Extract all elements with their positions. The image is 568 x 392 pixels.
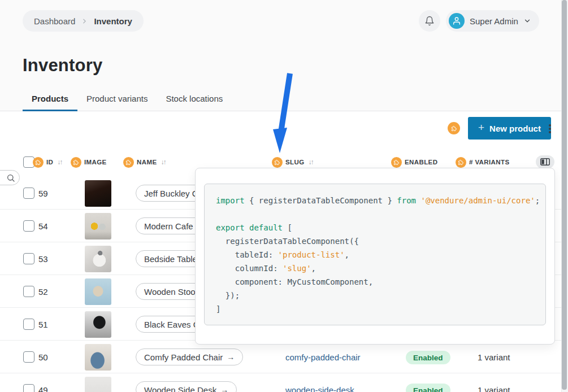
- code-line: import { registerDataTableComponent } fr…: [216, 194, 534, 207]
- row-id: 53: [38, 254, 59, 264]
- breadcrumb: DashboardInventory: [23, 10, 144, 32]
- column-header-id: ID↓↑: [33, 151, 62, 173]
- column-header-name: NAME↓↑: [123, 151, 165, 173]
- extension-point-badge-column[interactable]: [123, 157, 134, 168]
- product-name-label: Wooden Stool: [144, 287, 197, 297]
- product-image: [85, 180, 111, 207]
- row-checkbox[interactable]: [23, 286, 34, 297]
- product-slug-link[interactable]: comfy-padded-chair: [285, 352, 361, 362]
- search-button[interactable]: [0, 170, 20, 185]
- table-row: 49Wooden Side Desk→wooden-side-deskEnabl…: [0, 373, 561, 392]
- extension-point-badge-column[interactable]: [33, 157, 44, 168]
- row-checkbox[interactable]: [23, 188, 34, 199]
- row-id: 59: [38, 189, 59, 198]
- new-product-label: New product: [489, 124, 541, 133]
- search-icon: [6, 173, 15, 182]
- scrollbar-track[interactable]: [561, 0, 568, 392]
- kebab-menu-icon[interactable]: [546, 122, 554, 136]
- row-id: 52: [38, 287, 59, 297]
- product-name-label: Wooden Side Desk: [144, 385, 216, 392]
- code-line: columnId: 'slug',: [216, 262, 534, 275]
- sort-icon[interactable]: ↓↑: [161, 158, 165, 166]
- product-name-label: Bedside Table: [144, 254, 197, 264]
- arrow-right-icon: →: [227, 352, 235, 361]
- tab-product-variants[interactable]: Product variants: [77, 90, 157, 111]
- breadcrumb-item-dashboard[interactable]: Dashboard: [34, 16, 75, 26]
- scrollbar-thumb[interactable]: [562, 0, 567, 390]
- code-line: });: [216, 289, 534, 302]
- product-image: [85, 311, 111, 338]
- variant-count: 1 variant: [478, 385, 510, 392]
- code-line: ]: [216, 302, 534, 316]
- product-image: [85, 246, 111, 272]
- extension-point-badge-column[interactable]: [272, 157, 283, 168]
- variant-count: 1 variant: [478, 352, 510, 362]
- puzzle-icon: [458, 159, 464, 165]
- table-row: 50Comfy Padded Chair→comfy-padded-chairE…: [0, 341, 561, 373]
- code-line: export default [: [216, 221, 534, 234]
- user-name: Super Admin: [470, 16, 518, 26]
- column-label: ID: [46, 159, 53, 165]
- puzzle-icon: [35, 159, 41, 165]
- new-product-button[interactable]: + New product: [468, 117, 551, 140]
- code-block: import { registerDataTableComponent } fr…: [204, 184, 546, 325]
- status-badge: Enabled: [406, 384, 450, 392]
- page-title: Inventory: [23, 55, 102, 76]
- sort-icon[interactable]: ↓↑: [309, 158, 313, 166]
- user-menu[interactable]: Super Admin: [446, 10, 539, 32]
- row-id: 49: [38, 385, 59, 392]
- product-image: [85, 213, 111, 239]
- bell-icon: [424, 16, 435, 26]
- extension-point-badge-column[interactable]: [456, 157, 466, 168]
- column-settings-button[interactable]: [536, 155, 554, 168]
- puzzle-icon: [125, 159, 132, 165]
- column-header-image: IMAGE: [71, 151, 107, 173]
- page-header: DashboardInventory Super Admin Inventory…: [0, 0, 568, 111]
- columns-icon: [540, 158, 550, 165]
- row-checkbox[interactable]: [23, 319, 34, 330]
- product-image: [85, 377, 111, 392]
- row-id: 54: [38, 221, 59, 231]
- row-id: 50: [38, 352, 59, 362]
- sort-icon[interactable]: ↓↑: [57, 158, 62, 166]
- row-checkbox[interactable]: [23, 253, 34, 264]
- tab-bar: ProductsProduct variantsStock locations: [23, 90, 232, 111]
- puzzle-icon: [274, 159, 280, 165]
- chevron-down-icon: [523, 17, 531, 25]
- extension-point-badge-column[interactable]: [391, 157, 402, 168]
- product-name-label: Comfy Padded Chair: [144, 352, 223, 362]
- product-name-button[interactable]: Wooden Side Desk→: [136, 381, 237, 392]
- row-checkbox[interactable]: [23, 384, 34, 392]
- code-line: tableId: 'product-list',: [216, 248, 534, 262]
- row-id: 51: [38, 320, 59, 329]
- column-label: NAME: [137, 159, 157, 165]
- tab-stock-locations[interactable]: Stock locations: [157, 90, 232, 111]
- code-line: registerDataTableComponent({: [216, 234, 534, 248]
- column-label: SLUG: [285, 159, 305, 165]
- arrow-right-icon: →: [220, 385, 228, 392]
- column-label: # VARIANTS: [469, 159, 510, 165]
- row-checkbox[interactable]: [23, 351, 34, 363]
- column-label: IMAGE: [84, 159, 107, 165]
- avatar: [449, 13, 465, 29]
- user-icon: [452, 16, 461, 25]
- breadcrumb-separator-icon: [81, 18, 88, 25]
- breadcrumb-item-inventory[interactable]: Inventory: [94, 16, 132, 26]
- code-line: [216, 207, 534, 221]
- plus-icon: +: [478, 121, 484, 134]
- status-badge: Enabled: [406, 351, 450, 364]
- row-checkbox[interactable]: [23, 220, 34, 232]
- column-label: ENABLED: [405, 159, 437, 165]
- code-popup: import { registerDataTableComponent } fr…: [195, 168, 555, 345]
- code-line: component: MyCustomComponent,: [216, 275, 534, 289]
- tab-products[interactable]: Products: [23, 90, 77, 111]
- product-image: [85, 278, 111, 305]
- product-slug-link[interactable]: wooden-side-desk: [285, 385, 354, 392]
- extension-point-badge-toolbar[interactable]: [448, 122, 460, 134]
- product-image: [85, 344, 111, 371]
- puzzle-icon: [393, 159, 400, 165]
- puzzle-icon: [73, 159, 79, 165]
- extension-point-badge-column[interactable]: [71, 157, 81, 168]
- notifications-button[interactable]: [419, 10, 440, 32]
- product-name-button[interactable]: Comfy Padded Chair→: [136, 349, 243, 365]
